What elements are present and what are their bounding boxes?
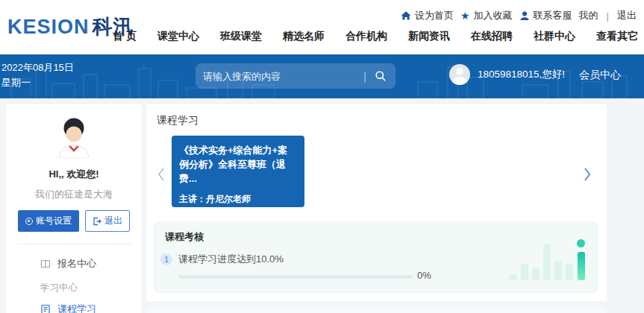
search-box: | — [196, 63, 396, 89]
set-homepage-label: 设为首页 — [415, 9, 454, 22]
activity-bars-decoration — [510, 239, 585, 280]
exit-icon — [93, 217, 101, 226]
teal-dot-decoration — [577, 239, 585, 247]
chevron-left-icon — [157, 167, 166, 182]
date-text: 2022年08月15日 — [1, 60, 74, 75]
account-settings-button[interactable]: 账号设置 — [18, 210, 79, 232]
sidebar-item-label: 课程学习 — [57, 303, 96, 313]
progress-bar — [178, 275, 413, 279]
welcome-text: HI,, 欢迎您! — [6, 168, 142, 181]
nav-item-class-courses[interactable]: 班级课堂 — [220, 30, 262, 43]
user-avatar-small — [449, 64, 470, 85]
logout-link[interactable]: 退出 — [617, 9, 637, 22]
add-favorite-label: 加入收藏 — [474, 9, 513, 22]
nav-item-jobs[interactable]: 在线招聘 — [471, 30, 513, 43]
nav-item-more[interactable]: 查看其它 — [596, 30, 638, 43]
course-teacher: 主讲：丹尼尔老师 — [179, 192, 297, 207]
carousel-next-button[interactable] — [580, 164, 595, 187]
top-header: KESION科汛 设为首页 ★ 加入收藏 联系客服 我的 | 退出 首 页 课堂… — [0, 0, 644, 54]
sidebar-item-course-learning[interactable]: 课程学习 — [6, 297, 142, 313]
banner-user[interactable]: 18059818015,您好! — [449, 64, 565, 85]
my-account-link[interactable]: 我的 — [579, 9, 598, 22]
sidebar: HI,, 欢迎您! 我们的征途是大海 账号设置 退出 报名中心 学习中心 课程学… — [6, 104, 142, 313]
main-navigation: 首 页 课堂中心 班级课堂 精选名师 合作机构 新闻资讯 在线招聘 社群中心 查… — [113, 30, 638, 43]
star-icon: ★ — [460, 10, 470, 21]
nav-item-featured-teachers[interactable]: 精选名师 — [283, 30, 325, 43]
weekday-text: 星期一 — [1, 75, 74, 90]
add-favorite-link[interactable]: ★ 加入收藏 — [460, 9, 513, 22]
item-number-badge: 1 — [160, 253, 172, 265]
contact-service-label: 联系客服 — [534, 9, 572, 22]
search-button[interactable] — [373, 69, 388, 83]
sidebar-section-learning-center: 学习中心 — [6, 276, 142, 297]
chevron-right-icon — [583, 167, 592, 182]
logo-text-en: KESION — [7, 16, 90, 38]
assessment-requirement: 课程学习进度达到10.0% — [178, 253, 284, 266]
nav-item-partners[interactable]: 合作机构 — [346, 30, 387, 43]
search-icon — [375, 70, 387, 82]
carousel-prev-button[interactable] — [154, 164, 169, 187]
nav-item-news[interactable]: 新闻资讯 — [408, 30, 450, 43]
sidebar-menu: 报名中心 学习中心 课程学习 班级学习 专栏学习 — [6, 252, 142, 313]
member-center-link[interactable]: 会员中心 — [579, 69, 621, 82]
course-card[interactable]: 《技术实务+综合能力+案例分析》全科至尊班（退费... 主讲：丹尼尔老师 课程总… — [172, 136, 304, 207]
motto-text: 我们的征途是大海 — [6, 188, 142, 201]
user-greeting: 18059818015,您好! — [478, 68, 565, 81]
course-learning-icon — [40, 304, 51, 313]
main-content: 课程学习 《技术实务+综合能力+案例分析》全科至尊班（退费... 主讲：丹尼尔老… — [146, 104, 607, 301]
date-display: 2022年08月15日 星期一 — [1, 60, 74, 90]
search-input[interactable] — [203, 71, 360, 82]
course-assessment-card: 课程考核 1 课程学习进度达到10.0% 0% — [154, 222, 598, 293]
nav-item-community[interactable]: 社群中心 — [534, 30, 575, 43]
gear-icon — [25, 218, 33, 225]
assessment-title: 课程考核 — [165, 230, 204, 244]
sidebar-item-label: 报名中心 — [57, 257, 96, 271]
nav-item-home[interactable]: 首 页 — [113, 30, 137, 43]
search-divider: | — [363, 70, 366, 83]
signup-center-icon — [40, 259, 51, 269]
page: KESION科汛 设为首页 ★ 加入收藏 联系客服 我的 | 退出 首 页 课堂… — [0, 0, 644, 313]
logout-button[interactable]: 退出 — [85, 210, 130, 232]
home-icon — [401, 10, 411, 21]
utility-divider: | — [607, 10, 609, 22]
user-avatar-illustration — [52, 115, 96, 158]
account-settings-label: 账号设置 — [36, 215, 72, 227]
sidebar-divider — [16, 244, 131, 244]
contact-service-link[interactable]: 联系客服 — [519, 9, 572, 22]
progress-percent-label: 0% — [417, 270, 431, 281]
course-duration: 课程总时长：0小时 — [179, 206, 297, 221]
next-section-card-edge — [146, 307, 607, 313]
sidebar-buttons: 账号设置 退出 — [6, 210, 142, 232]
sidebar-item-signup-center[interactable]: 报名中心 — [6, 252, 142, 276]
person-icon — [519, 10, 530, 21]
banner: 2022年08月15日 星期一 | 18059818015,您好! 会员中心 — [0, 54, 644, 98]
course-meta: 主讲：丹尼尔老师 课程总时长：0小时 — [179, 192, 297, 222]
utility-bar: 设为首页 ★ 加入收藏 联系客服 我的 | 退出 — [401, 9, 637, 22]
assessment-item: 1 课程学习进度达到10.0% — [160, 253, 284, 266]
nav-item-classroom-center[interactable]: 课堂中心 — [157, 30, 199, 43]
section-title: 课程学习 — [157, 114, 198, 127]
set-homepage-link[interactable]: 设为首页 — [401, 9, 454, 22]
logout-button-label: 退出 — [104, 215, 122, 227]
course-name: 《技术实务+综合能力+案例分析》全科至尊班（退费... — [179, 144, 297, 186]
